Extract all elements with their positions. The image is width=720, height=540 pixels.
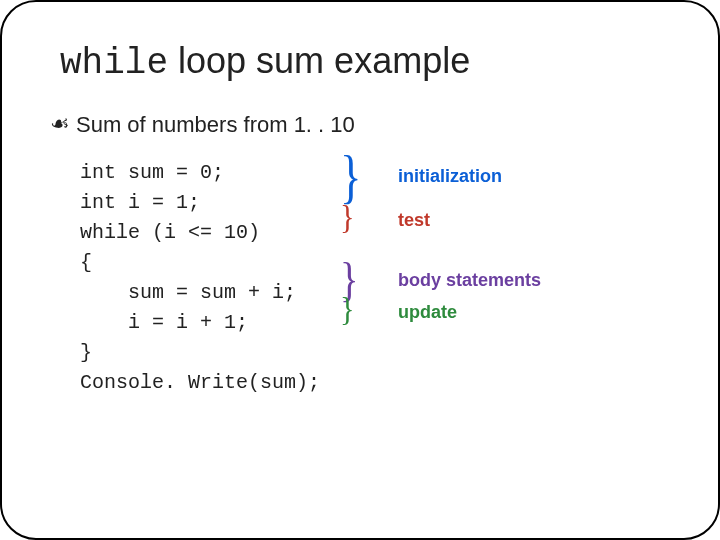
slide-frame: while loop sum example ☙ Sum of numbers … [0,0,720,540]
bullet-line: ☙ Sum of numbers from 1. . 10 [50,112,690,138]
title-rest: loop sum example [168,40,470,81]
content-row: int sum = 0; int i = 1; while (i <= 10) … [80,158,690,398]
brace-icon: } [340,198,355,236]
title-code-keyword: while [60,43,168,84]
annotation-body: body statements [398,270,541,291]
annotation-initialization: initialization [398,166,502,187]
annotation-update: update [398,302,457,323]
code-block: int sum = 0; int i = 1; while (i <= 10) … [80,158,320,398]
annotation-test: test [398,210,430,231]
bullet-text: Sum of numbers from 1. . 10 [76,112,355,138]
bullet-icon: ☙ [50,111,70,137]
slide-title: while loop sum example [60,40,690,84]
annotation-column: } initialization } test } body statement… [340,158,640,398]
brace-icon: } [340,290,355,328]
